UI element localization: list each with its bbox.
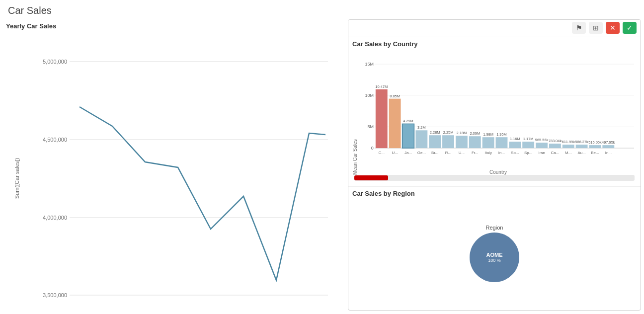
svg-text:Ge...: Ge... — [417, 151, 426, 155]
crosshair-button[interactable]: ⊞ — [589, 22, 603, 34]
svg-text:4,000,000: 4,000,000 — [43, 215, 67, 221]
bar-chart-inner: 15M 10M 5M 0 — [360, 49, 637, 175]
bar-mexico[interactable] — [563, 145, 574, 148]
right-charts: Car Sales by Country Mean Car Sales — [348, 36, 641, 310]
bar-chart-svg-wrap: 15M 10M 5M 0 — [360, 49, 637, 168]
bar-japan[interactable] — [402, 124, 414, 148]
svg-text:Ja...: Ja... — [404, 151, 412, 155]
bar-chart-svg: 15M 10M 5M 0 — [360, 49, 637, 168]
svg-text:1.17M: 1.17M — [523, 137, 534, 141]
bar-italy[interactable] — [483, 137, 494, 148]
svg-text:2.09M: 2.09M — [470, 131, 480, 136]
svg-text:2.25M: 2.25M — [443, 130, 454, 135]
svg-text:Au...: Au... — [577, 151, 585, 155]
svg-text:1.98M: 1.98M — [483, 132, 493, 137]
svg-text:R...: R... — [445, 151, 451, 155]
svg-text:965.56k: 965.56k — [535, 138, 549, 142]
svg-text:1.95M: 1.95M — [496, 132, 507, 137]
svg-text:4.29M: 4.29M — [403, 119, 413, 123]
svg-text:515.05k: 515.05k — [588, 140, 602, 145]
svg-text:8.85M: 8.85M — [390, 94, 400, 98]
svg-text:10.47M: 10.47M — [375, 84, 388, 89]
svg-text:1.16M: 1.16M — [510, 137, 520, 141]
pie-chart-inner: Region AOME 100 % — [352, 199, 637, 307]
bar-south-korea[interactable] — [509, 142, 521, 148]
bar-chart-title: Car Sales by Country — [352, 40, 637, 48]
svg-text:U...: U... — [392, 151, 398, 155]
svg-text:5M: 5M — [367, 124, 373, 129]
toolbar: ⚑ ⊞ ✕ ✓ — [348, 20, 641, 36]
bar-india[interactable] — [496, 137, 508, 148]
pie-segment-percentage: 100 % — [488, 258, 501, 263]
bar-chart-x-label: Country — [360, 169, 637, 175]
svg-text:2.18M: 2.18M — [457, 131, 467, 135]
svg-text:Sum([Car sales]): Sum([Car sales]) — [14, 158, 20, 199]
pie-chart-title: Car Sales by Region — [352, 190, 637, 197]
pie-chart-section: Car Sales by Region Region AOME 100 % — [348, 187, 641, 310]
app-title: Car Sales — [0, 0, 644, 18]
yearly-car-sales-title: Yearly Car Sales — [6, 22, 342, 30]
line-chart-svg: 5,000,000 4,500,000 4,000,000 3,500,000 … — [6, 32, 342, 300]
svg-text:In...: In... — [498, 151, 505, 155]
bar-canada[interactable] — [549, 144, 561, 148]
confirm-button[interactable]: ✓ — [623, 22, 637, 34]
right-panel: ⚑ ⊞ ✕ ✓ Car Sales by Country Mean Car Sa… — [348, 19, 641, 311]
bar-russia[interactable] — [442, 135, 454, 148]
svg-text:Be...: Be... — [591, 151, 599, 155]
svg-text:4,500,000: 4,500,000 — [43, 137, 67, 143]
scrollbar-thumb[interactable] — [354, 175, 388, 180]
svg-text:Fr...: Fr... — [472, 151, 479, 155]
svg-text:So...: So... — [511, 151, 519, 155]
svg-text:0: 0 — [371, 146, 374, 151]
close-button[interactable]: ✕ — [606, 22, 620, 34]
bar-uk[interactable] — [456, 136, 468, 148]
bar-chart-scrollbar[interactable] — [354, 175, 635, 181]
svg-text:Sp...: Sp... — [524, 151, 532, 155]
bar-belgium[interactable] — [589, 145, 601, 148]
svg-text:2.28M: 2.28M — [430, 130, 440, 135]
bar-spain[interactable] — [522, 142, 534, 148]
svg-text:3,500,000: 3,500,000 — [43, 292, 67, 298]
flag-button[interactable]: ⚑ — [572, 22, 586, 34]
bar-chart-wrap: Mean Car Sales — [352, 49, 637, 175]
svg-text:497.95k: 497.95k — [602, 140, 615, 145]
bar-germany[interactable] — [415, 130, 427, 148]
svg-text:5,000,000: 5,000,000 — [43, 59, 67, 65]
bar-usa[interactable] — [389, 99, 401, 148]
pie-segment-name: AOME — [486, 252, 503, 258]
bar-china[interactable] — [376, 89, 388, 148]
svg-text:M...: M... — [565, 151, 571, 155]
left-panel: Yearly Car Sales 5,000,000 4,500,000 4,0… — [0, 18, 348, 310]
line-chart-container: 5,000,000 4,500,000 4,000,000 3,500,000 … — [6, 32, 342, 300]
bar-chart-section: Car Sales by Country Mean Car Sales — [348, 36, 641, 187]
bar-chart-y-label: Mean Car Sales — [352, 49, 358, 175]
svg-text:783.04k: 783.04k — [549, 139, 562, 143]
bar-france[interactable] — [469, 136, 481, 148]
svg-text:In...: In... — [605, 151, 612, 155]
bar-indonesia[interactable] — [602, 145, 614, 148]
bar-australia[interactable] — [576, 145, 588, 148]
bar-iran[interactable] — [536, 143, 548, 148]
svg-text:U...: U... — [459, 151, 465, 155]
svg-text:3.2M: 3.2M — [417, 125, 426, 130]
svg-text:Italy: Italy — [484, 151, 492, 155]
pie-circle: AOME 100 % — [470, 233, 519, 282]
svg-text:Br...: Br... — [431, 151, 438, 155]
svg-text:Iran: Iran — [538, 151, 545, 155]
line-chart-polyline — [80, 107, 325, 280]
svg-text:10M: 10M — [365, 93, 373, 98]
svg-text:586.27k: 586.27k — [575, 140, 588, 144]
svg-text:15M: 15M — [365, 62, 373, 67]
svg-text:C...: C... — [379, 151, 385, 155]
svg-text:Ca...: Ca... — [551, 151, 560, 155]
svg-text:611.99k: 611.99k — [562, 140, 575, 144]
pie-legend-label: Region — [486, 225, 503, 231]
bar-brazil[interactable] — [429, 135, 441, 148]
